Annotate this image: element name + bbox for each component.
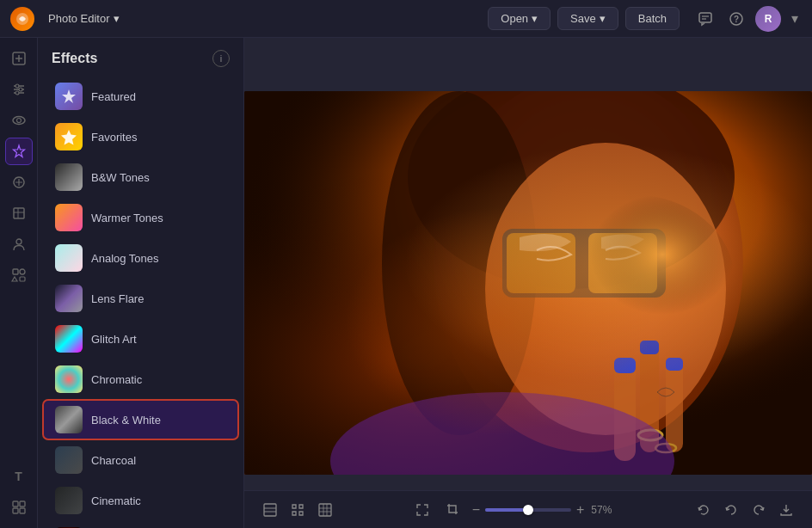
effect-item-lens-flare[interactable]: Lens Flare — [43, 279, 238, 318]
redo-button[interactable] — [747, 498, 771, 522]
undo-button[interactable] — [719, 498, 743, 522]
effect-icon-warmer-tones — [55, 204, 83, 231]
rail-text-button[interactable]: T — [5, 463, 33, 490]
svg-rect-49 — [264, 504, 276, 516]
effect-label-glitch-art: Glitch Art — [91, 333, 137, 346]
app-logo — [10, 7, 34, 31]
info-symbol: i — [220, 53, 222, 64]
app-title-button[interactable]: Photo Editor ▾ — [41, 9, 126, 28]
svg-rect-23 — [20, 277, 25, 281]
effect-item-analog-tones[interactable]: Analog Tones — [43, 238, 238, 278]
app-title-chevron: ▾ — [114, 12, 120, 25]
rail-eye-button[interactable] — [5, 107, 33, 134]
effects-info-button[interactable]: i — [212, 50, 230, 67]
effect-icon-favorites — [55, 123, 83, 150]
effect-item-glitch-art[interactable]: Glitch Art — [43, 319, 238, 359]
svg-rect-27 — [20, 508, 25, 513]
save-button[interactable]: Save ▾ — [557, 7, 618, 30]
select-icon-button[interactable] — [286, 498, 310, 522]
zoom-track[interactable] — [485, 508, 571, 512]
svg-point-12 — [15, 84, 19, 88]
bottom-center-tools: − + 57% — [344, 498, 685, 522]
svg-marker-28 — [61, 130, 77, 145]
photo-display — [244, 91, 812, 475]
effects-panel: Effects i FeaturedFavoritesB&W TonesWarm… — [38, 38, 244, 528]
effect-label-warmer-tones: Warmer Tones — [91, 212, 163, 224]
topbar-icons: ? R ▾ — [693, 6, 802, 32]
effect-item-favorites[interactable]: Favorites — [43, 117, 238, 157]
effect-item-charcoal[interactable]: Charcoal — [43, 440, 238, 480]
effect-item-chromatic[interactable]: Chromatic — [43, 359, 238, 399]
effect-item-color-pinhole[interactable]: Color Pinhole — [43, 521, 238, 528]
rail-people-button[interactable] — [5, 230, 33, 258]
effect-icon-analog-tones — [55, 244, 83, 272]
effect-item-cinematic[interactable]: Cinematic — [43, 481, 238, 520]
zoom-percentage: 57% — [591, 504, 618, 516]
svg-rect-1 — [699, 13, 711, 22]
effect-label-bw-tones: B&W Tones — [91, 171, 150, 184]
svg-text:?: ? — [734, 15, 739, 24]
zoom-thumb — [523, 505, 533, 515]
effect-item-bw-tones[interactable]: B&W Tones — [43, 157, 238, 197]
chat-icon-button[interactable] — [693, 7, 717, 31]
rail-layers-button[interactable] — [5, 200, 33, 227]
effect-icon-black-white — [55, 406, 83, 433]
effect-item-featured[interactable]: Featured — [43, 77, 238, 116]
batch-label: Batch — [638, 12, 667, 25]
crop-icon-button[interactable] — [441, 498, 465, 522]
svg-point-15 — [13, 117, 25, 125]
export-button[interactable] — [774, 498, 798, 522]
photo-background — [244, 91, 812, 475]
batch-button[interactable]: Batch — [625, 7, 680, 30]
grid-icon-button[interactable] — [313, 498, 337, 522]
effect-icon-charcoal — [55, 446, 83, 474]
help-icon-button[interactable]: ? — [724, 7, 748, 31]
rail-effects-button[interactable] — [5, 138, 33, 165]
effect-label-chromatic: Chromatic — [91, 373, 142, 386]
account-chevron-button[interactable]: ▾ — [788, 7, 802, 31]
effect-label-cinematic: Cinematic — [91, 494, 141, 507]
effect-icon-cinematic — [55, 487, 83, 514]
bottom-right-tools — [692, 498, 798, 522]
svg-point-14 — [15, 91, 19, 95]
svg-rect-52 — [319, 504, 331, 516]
avatar-button[interactable]: R — [755, 6, 781, 32]
photo-overlay — [244, 91, 812, 475]
svg-rect-21 — [13, 269, 18, 274]
rail-star-button[interactable] — [5, 169, 33, 196]
effect-item-warmer-tones[interactable]: Warmer Tones — [43, 198, 238, 237]
zoom-plus-icon[interactable]: + — [576, 502, 584, 518]
zoom-slider: − + — [472, 502, 585, 518]
app-title: Photo Editor — [48, 12, 110, 25]
effect-label-black-white: Black & White — [91, 414, 161, 427]
svg-point-22 — [20, 269, 25, 274]
main-area: T Effects i FeaturedFavoritesB&W TonesWa… — [0, 38, 812, 528]
zoom-minus-icon[interactable]: − — [472, 502, 480, 518]
effect-label-featured: Featured — [91, 90, 136, 103]
effects-title: Effects — [52, 51, 97, 66]
save-chevron: ▾ — [600, 12, 606, 25]
svg-point-20 — [16, 239, 22, 244]
layers-icon-button[interactable] — [258, 498, 282, 522]
effect-label-analog-tones: Analog Tones — [91, 252, 159, 265]
effect-label-charcoal: Charcoal — [91, 454, 136, 467]
rail-add-button[interactable] — [5, 45, 33, 72]
effect-icon-bw-tones — [55, 163, 83, 191]
open-label: Open — [501, 12, 528, 25]
effect-label-lens-flare: Lens Flare — [91, 292, 144, 305]
effect-item-black-white[interactable]: Black & White — [43, 400, 238, 439]
rail-shape-button[interactable] — [5, 261, 33, 289]
icon-rail: T — [0, 38, 38, 528]
svg-rect-17 — [14, 208, 24, 218]
expand-icon-button[interactable] — [410, 498, 434, 522]
rotate-left-button[interactable] — [692, 498, 716, 522]
canvas-area: − + 57% — [244, 38, 812, 528]
rail-adjust-button[interactable] — [5, 76, 33, 103]
effect-label-favorites: Favorites — [91, 131, 137, 144]
svg-point-13 — [19, 88, 22, 91]
photo-container — [244, 85, 812, 481]
open-button[interactable]: Open ▾ — [488, 7, 551, 30]
effects-list: FeaturedFavoritesB&W TonesWarmer TonesAn… — [38, 76, 243, 528]
effect-icon-featured — [55, 83, 83, 110]
rail-more-button[interactable] — [5, 494, 33, 521]
